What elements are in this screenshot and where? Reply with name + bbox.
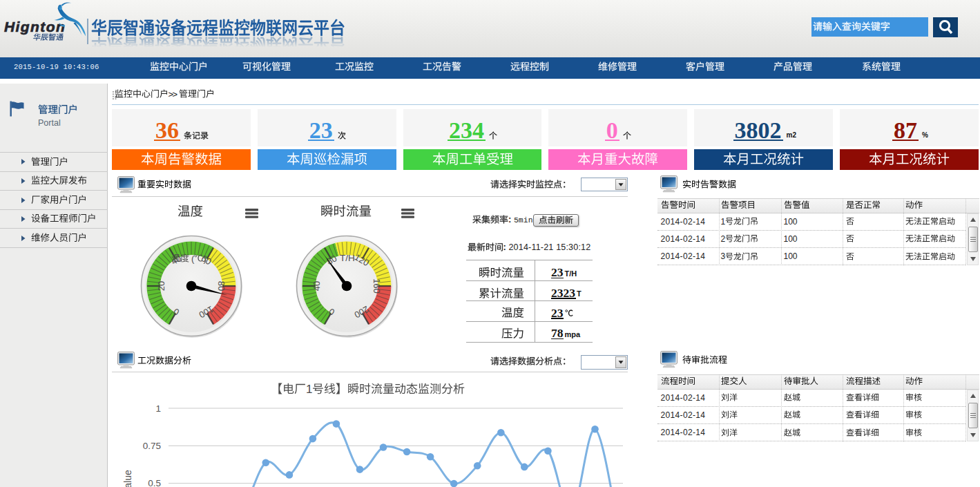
svg-text:0.75: 0.75: [143, 441, 161, 451]
svg-text:80: 80: [216, 281, 227, 291]
svg-text:value: value: [122, 470, 133, 487]
svg-text:0.5: 0.5: [148, 478, 161, 487]
svg-text:20: 20: [156, 281, 166, 291]
svg-text:160: 160: [372, 278, 382, 294]
svg-text:1: 1: [155, 403, 161, 414]
svg-text:40: 40: [311, 281, 322, 291]
